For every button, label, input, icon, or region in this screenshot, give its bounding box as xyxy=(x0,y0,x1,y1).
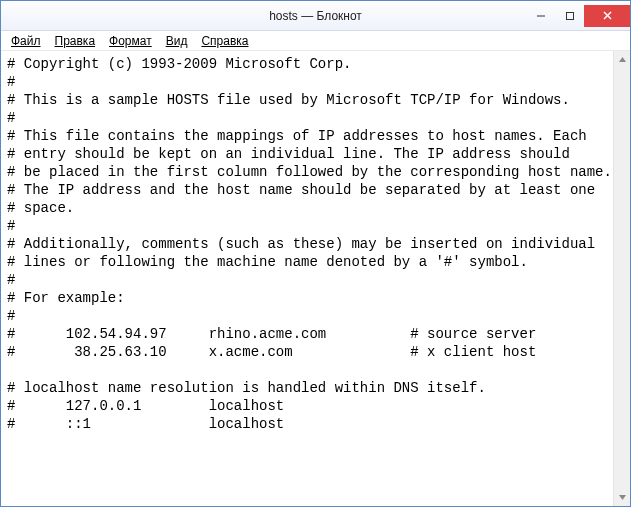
scroll-down-arrow-icon[interactable] xyxy=(614,489,630,506)
minimize-button[interactable] xyxy=(526,5,556,27)
close-button[interactable] xyxy=(584,5,630,27)
notepad-window: hosts — Блокнот Файл Правка Формат Вид С… xyxy=(0,0,631,507)
scrollbar-track[interactable] xyxy=(614,68,630,489)
scroll-up-arrow-icon[interactable] xyxy=(614,51,630,68)
svg-marker-4 xyxy=(619,57,626,62)
menu-format[interactable]: Формат xyxy=(103,33,158,49)
titlebar[interactable]: hosts — Блокнот xyxy=(1,1,630,31)
svg-marker-5 xyxy=(619,495,626,500)
maximize-button[interactable] xyxy=(556,5,584,27)
svg-rect-1 xyxy=(567,12,574,19)
window-controls xyxy=(526,5,630,27)
menu-view[interactable]: Вид xyxy=(160,33,194,49)
vertical-scrollbar[interactable] xyxy=(613,51,630,506)
menu-file[interactable]: Файл xyxy=(5,33,47,49)
menu-help[interactable]: Справка xyxy=(195,33,254,49)
editor-area: # Copyright (c) 1993-2009 Microsoft Corp… xyxy=(1,51,630,506)
menu-edit[interactable]: Правка xyxy=(49,33,102,49)
menubar: Файл Правка Формат Вид Справка xyxy=(1,31,630,51)
text-editor[interactable]: # Copyright (c) 1993-2009 Microsoft Corp… xyxy=(1,51,613,506)
